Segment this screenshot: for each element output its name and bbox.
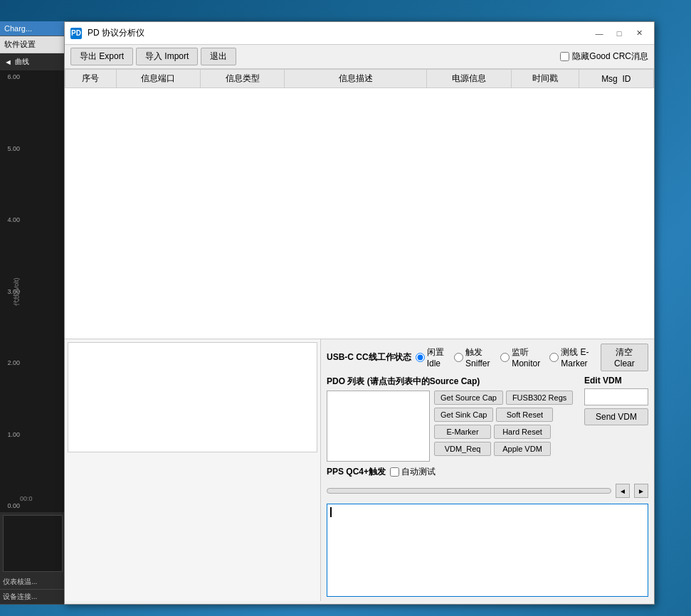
radio-idle-label: 闲置 Idle [427, 346, 447, 368]
clear-button[interactable]: 清空 Clear [601, 344, 648, 371]
hide-crc-text: 隐藏Good CRC消息 [572, 51, 648, 63]
sidebar-bottom: 仪表核温... 设备连接... [0, 512, 65, 605]
sidebar-curve-label: 曲线 [14, 57, 29, 67]
apple-vdm-button[interactable]: Apple VDM [494, 442, 551, 456]
pdo-list[interactable] [327, 391, 430, 462]
data-table-container: 序号 信息端口 信息类型 信息描述 电源信息 时间戳 Msg ID [65, 69, 654, 339]
pps-label: PPS QC4+触发 [327, 466, 386, 478]
radio-emarker-label: 测线 E-Marker [561, 346, 596, 368]
main-window: PD PD 协议分析仪 — □ ✕ 导出 Export 导入 Import 退出… [64, 21, 655, 605]
fusb302-regs-button[interactable]: FUSB302 Regs [506, 391, 573, 405]
data-table: 序号 信息端口 信息类型 信息描述 电源信息 时间戳 Msg ID [65, 69, 654, 88]
sidebar-software-settings[interactable]: 软件设置 [0, 36, 65, 53]
vdm-req-button[interactable]: VDM_Req [434, 442, 491, 456]
col-msgid: Msg ID [579, 70, 653, 88]
pdo-btn-row-4: VDM_Req Apple VDM [434, 442, 573, 456]
sidebar-graph: 6.00 5.00 4.00 3.00 2.00 1.00 0.00 00:0 … [0, 70, 65, 512]
sidebar-arrow-icon[interactable]: ◄ [3, 55, 14, 69]
hard-reset-button[interactable]: Hard Reset [494, 425, 551, 439]
exit-button[interactable]: 退出 [201, 48, 236, 65]
auto-test-checkbox[interactable] [390, 467, 399, 477]
cc-status-row: USB-C CC线工作状态 闲置 Idle 触发 Sniffer 监听 Moni… [327, 344, 648, 371]
preview-area [68, 342, 317, 452]
window-title: PD 协议分析仪 [88, 27, 590, 39]
table-header-row: 序号 信息端口 信息类型 信息描述 电源信息 时间戳 Msg ID [65, 70, 654, 88]
pdo-label: PDO 列表 (请点击列表中的Source Cap) [327, 376, 579, 388]
col-desc: 信息描述 [285, 70, 427, 88]
auto-test-label[interactable]: 自动测试 [390, 466, 436, 478]
soft-reset-button[interactable]: Soft Reset [496, 408, 553, 422]
log-cursor [330, 507, 332, 517]
edit-vdm-section: Edit VDM Send VDM [584, 376, 648, 425]
radio-monitor-label: 监听 Monitor [512, 346, 542, 368]
radio-idle-input[interactable] [416, 353, 425, 362]
radio-sniffer-label: 触发 Sniffer [465, 346, 493, 368]
radio-idle[interactable]: 闲置 Idle [416, 346, 447, 368]
radio-emarker[interactable]: 测线 E-Marker [549, 346, 596, 368]
edit-vdm-label: Edit VDM [584, 376, 648, 386]
left-sidebar: Charg... 软件设置 ◄ 曲线 6.00 5.00 4.00 3.00 2… [0, 21, 65, 605]
hide-crc-label: 隐藏Good CRC消息 [560, 51, 648, 63]
app-icon: PD [70, 28, 82, 39]
cc-mode-radio-group: 闲置 Idle 触发 Sniffer 监听 Monitor 测线 E-Marke… [416, 346, 596, 368]
auto-test-text: 自动测试 [401, 466, 436, 478]
col-power: 电源信息 [427, 70, 511, 88]
pdo-edit-row: PDO 列表 (请点击列表中的Source Cap) Get Source Ca… [327, 376, 648, 462]
slider-track[interactable] [327, 488, 611, 494]
slider-next-button[interactable]: ► [634, 484, 648, 498]
col-port: 信息端口 [116, 70, 200, 88]
sidebar-temp-label[interactable]: 仪表核温... [0, 575, 65, 590]
radio-monitor-input[interactable] [500, 353, 510, 362]
radio-monitor[interactable]: 监听 Monitor [500, 346, 542, 368]
sidebar-thumb [3, 515, 63, 572]
col-type: 信息类型 [201, 70, 285, 88]
window-controls: — □ ✕ [590, 25, 648, 42]
maximize-button[interactable]: □ [610, 25, 628, 42]
edit-vdm-input[interactable] [584, 388, 648, 405]
bottom-section: USB-C CC线工作状态 闲置 Idle 触发 Sniffer 监听 Moni… [65, 339, 654, 601]
send-vdm-button[interactable]: Send VDM [584, 408, 648, 425]
close-button[interactable]: ✕ [630, 25, 648, 42]
pdo-section: PDO 列表 (请点击列表中的Source Cap) Get Source Ca… [327, 376, 579, 462]
get-sink-cap-button[interactable]: Get Sink Cap [434, 408, 493, 422]
get-source-cap-button[interactable]: Get Source Cap [434, 391, 503, 405]
export-button[interactable]: 导出 Export [70, 48, 133, 65]
col-timestamp: 时间戳 [511, 70, 579, 88]
import-button[interactable]: 导入 Import [136, 48, 198, 65]
radio-sniffer-input[interactable] [454, 353, 463, 362]
right-panel: USB-C CC线工作状态 闲置 Idle 触发 Sniffer 监听 Moni… [321, 339, 654, 601]
cc-status-label: USB-C CC线工作状态 [327, 351, 411, 363]
sidebar-tab-charg[interactable]: Charg... [0, 21, 65, 36]
toolbar: 导出 Export 导入 Import 退出 隐藏Good CRC消息 [65, 45, 654, 69]
title-bar: PD PD 协议分析仪 — □ ✕ [65, 22, 654, 45]
slider-area: ◄ ► [327, 482, 648, 499]
minimize-button[interactable]: — [590, 25, 608, 42]
graph-axis-label: 代线(Volt) [12, 277, 21, 305]
pps-section: PPS QC4+触发 自动测试 [327, 466, 648, 478]
slider-prev-button[interactable]: ◄ [616, 484, 630, 498]
graph-x-label: 00:0 [20, 495, 33, 502]
pdo-btn-row-1: Get Source Cap FUSB302 Regs [434, 391, 573, 405]
e-marker-button[interactable]: E-Marker [434, 425, 491, 439]
pdo-inner-container: Get Source Cap FUSB302 Regs Get Sink Cap… [327, 391, 579, 462]
radio-sniffer[interactable]: 触发 Sniffer [454, 346, 493, 368]
pdo-btn-row-2: Get Sink Cap Soft Reset [434, 408, 573, 422]
log-area[interactable] [327, 504, 648, 597]
hide-crc-checkbox[interactable] [560, 52, 569, 61]
left-panel [65, 339, 321, 601]
sidebar-connect-label[interactable]: 设备连接... [0, 590, 65, 605]
pdo-btn-row-3: E-Marker Hard Reset [434, 425, 573, 439]
radio-emarker-input[interactable] [549, 353, 559, 362]
pdo-buttons: Get Source Cap FUSB302 Regs Get Sink Cap… [434, 391, 573, 462]
col-index: 序号 [65, 70, 117, 88]
